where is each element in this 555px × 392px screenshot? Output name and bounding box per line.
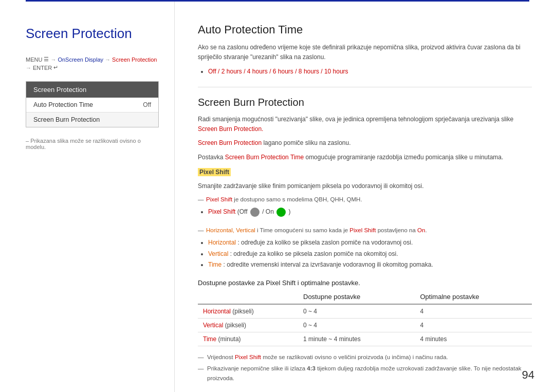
row-label-time: Time (minuta) — [198, 332, 298, 346]
onscreen-display-link: OnScreen Display — [58, 57, 103, 63]
bullet-vertical: Vertical : određuje za koliko se piksela… — [208, 249, 532, 260]
page-number: 94 — [522, 368, 534, 382]
menu-item-label: Auto Protection Time — [33, 101, 93, 108]
pixel-shift-note2: Horizontal, Vertical i Time omogućeni su… — [198, 226, 532, 235]
auto-protection-heading: Auto Protection Time — [198, 23, 532, 36]
screen-burn-desc1: Radi smanjenja mogućnosti "urezivanja" s… — [198, 115, 532, 134]
table-row: Vertical (pikseli) 0 ~ 4 4 — [198, 318, 532, 332]
pixel-shift-title-label: Pixel Shift — [198, 167, 532, 177]
row-available-time: 1 minute ~ 4 minutes — [298, 332, 415, 346]
menu-breadcrumb: MENU ☰ → OnScreen Display → Screen Prote… — [26, 56, 159, 71]
left-column: Screen Protection MENU ☰ → OnScreen Disp… — [0, 0, 175, 392]
toggle-on-icon — [276, 208, 286, 217]
arrow-1: → — [50, 57, 56, 63]
row-optimal-vertical: 4 — [415, 318, 532, 332]
screen-burn-heading: Screen Burn Protection — [198, 97, 532, 108]
screen-burn-desc2: Screen Burn Protection lagano pomiče sli… — [198, 138, 532, 148]
menu-item-auto-protection[interactable]: Auto Protection Time Off — [26, 98, 158, 113]
screen-protection-link: Screen Protection — [112, 57, 157, 63]
screen-burn-desc3: Postavka Screen Burn Protection Time omo… — [198, 153, 532, 162]
auto-protection-desc: Ako se na zaslonu određeno vrijeme koje … — [198, 43, 532, 62]
pixel-shift-bullet1: Pixel Shift (Off / On ) — [208, 207, 532, 218]
row-optimal-horizontal: 4 — [415, 304, 532, 319]
row-optimal-time: 4 minutes — [415, 332, 532, 346]
menu-item-screen-burn[interactable]: Screen Burn Protection — [26, 113, 158, 127]
bullet-time: Time : odredite vremenski interval za iz… — [208, 259, 532, 271]
footer-note-2: Prikazivanje nepomične slike ili izlaza … — [198, 364, 532, 383]
screen-burn-link1: Screen Burn Protection. — [198, 125, 263, 133]
menu-item-value: Off — [143, 101, 151, 108]
table-row: Horizontal (pikseli) 0 ~ 4 4 — [198, 304, 532, 319]
table-row: Time (minuta) 1 minute ~ 4 minutes 4 min… — [198, 332, 532, 346]
menu-box: Screen Protection Auto Protection Time O… — [26, 81, 159, 127]
screen-burn-protection-inline: Screen Burn Protection — [198, 139, 262, 146]
footer-note-1: Vrijednost Pixel Shift može se razlikova… — [198, 352, 532, 362]
pixel-shift-highlight: Pixel Shift — [198, 168, 231, 176]
divider-1 — [198, 87, 532, 87]
table-header-row: Dostupne postavke Optimalne postavke — [198, 290, 532, 304]
row-label-horizontal: Horizontal (pikseli) — [198, 304, 298, 319]
toggle-off-icon — [250, 208, 260, 217]
enter-icon: ↵ — [53, 64, 58, 71]
menu-label: MENU — [26, 57, 42, 63]
enter-label: ENTER — [33, 65, 52, 71]
top-accent-line — [26, 0, 529, 2]
pixel-shift-table: Dostupne postavke Optimalne postavke Hor… — [198, 290, 532, 346]
page-title: Screen Protection — [26, 26, 159, 42]
pixel-shift-note1: Pixel Shift je dostupno samo s modelima … — [198, 195, 532, 204]
arrow-3: → — [26, 65, 31, 71]
pixel-shift-bullets: Pixel Shift (Off / On ) — [198, 207, 532, 218]
col-header-optimal: Optimalne postavke — [415, 290, 532, 304]
screen-burn-time-link: Screen Burn Protection Time — [225, 154, 304, 161]
pixel-shift-desc: Smanjite zadržavanje slike finim pomican… — [198, 181, 532, 191]
left-note: – Prikazana slika može se razlikovati ov… — [26, 138, 159, 150]
auto-protection-options: Off / 2 hours / 4 hours / 6 hours / 8 ho… — [208, 66, 532, 78]
menu-box-header: Screen Protection — [26, 82, 158, 98]
footer-notes: Vrijednost Pixel Shift može se razlikova… — [198, 352, 532, 383]
row-available-horizontal: 0 ~ 4 — [298, 304, 415, 319]
menu-icon: ☰ — [44, 56, 49, 63]
bullet-horizontal: Horizontal : određuje za koliko se pikse… — [208, 237, 532, 249]
menu-item-label: Screen Burn Protection — [33, 116, 100, 123]
page: Screen Protection MENU ☰ → OnScreen Disp… — [0, 0, 555, 392]
right-column: Auto Protection Time Ako se na zaslonu o… — [175, 0, 555, 392]
options-text: Off / 2 hours / 4 hours / 6 hours / 8 ho… — [208, 68, 348, 75]
row-label-vertical: Vertical (pikseli) — [198, 318, 298, 332]
arrow-2: → — [105, 57, 110, 63]
auto-protection-options-list: Off / 2 hours / 4 hours / 6 hours / 8 ho… — [198, 66, 532, 78]
row-available-vertical: 0 ~ 4 — [298, 318, 415, 332]
table-heading: Dostupne postavke za Pixel Shift i optim… — [198, 279, 532, 287]
col-header-available: Dostupne postavke — [298, 290, 415, 304]
pixel-shift-extra-bullets: Horizontal : određuje za koliko se pikse… — [198, 237, 532, 271]
col-header-empty — [198, 290, 298, 304]
